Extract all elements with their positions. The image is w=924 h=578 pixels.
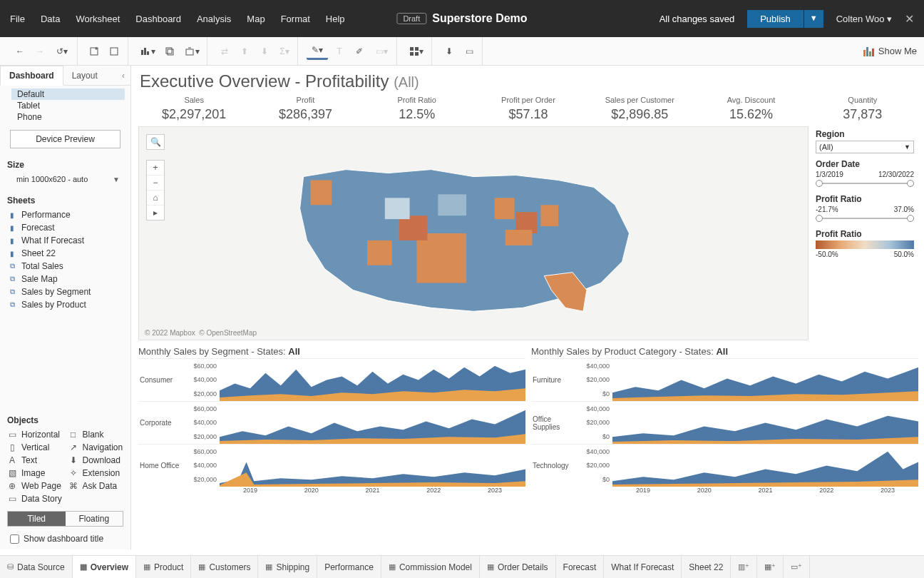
device-default[interactable]: Default (11, 88, 125, 100)
show-title-label: Show dashboard title (24, 534, 103, 544)
tab-shipping[interactable]: ▦Shipping (258, 556, 317, 578)
size-selector[interactable]: min 1000x620 - auto▼ (13, 173, 123, 186)
object-vertical[interactable]: ▯Vertical (7, 442, 63, 452)
area-chart[interactable] (612, 359, 918, 401)
profitratio-slider[interactable] (816, 215, 914, 222)
redo-icon[interactable]: → (31, 43, 48, 60)
sheet-sales-product[interactable]: ⧉Sales by Product (4, 298, 126, 311)
duplicate-icon[interactable] (161, 43, 178, 60)
format-icon[interactable]: ✐ (351, 43, 368, 60)
menu-file[interactable]: File (10, 14, 25, 24)
zoom-home-icon[interactable]: ⌂ (147, 191, 164, 206)
menu-dashboard[interactable]: Dashboard (135, 14, 181, 24)
zoom-area-icon[interactable]: ▸ (147, 206, 164, 220)
device-preview-button[interactable]: Device Preview (10, 130, 120, 148)
sheet-total-sales[interactable]: ⧉Total Sales (4, 260, 126, 273)
close-icon[interactable]: ✕ (905, 12, 914, 26)
object-datastory[interactable]: ▭Data Story (7, 494, 63, 504)
revert-icon[interactable]: ↺▾ (51, 43, 73, 60)
floating-button[interactable]: Floating (66, 512, 123, 526)
new-worksheet-icon[interactable]: ▾ (137, 43, 158, 60)
device-list: Default Tablet Phone (0, 86, 130, 127)
svg-rect-23 (367, 240, 392, 265)
sheet-sale-map[interactable]: ⧉Sale Map (4, 273, 126, 285)
svg-rect-15 (872, 49, 874, 56)
area-chart[interactable] (612, 402, 918, 444)
area-chart[interactable] (220, 402, 525, 444)
zoom-in-icon[interactable]: + (147, 161, 164, 176)
show-title-checkbox[interactable] (10, 534, 19, 544)
titlebar-right: All changes saved Publish ▼ Colten Woo ▾… (659, 10, 914, 28)
tab-sheet22[interactable]: Sheet 22 (682, 556, 731, 578)
image-icon: ▧ (7, 468, 17, 478)
facet-label: Technology (531, 445, 577, 487)
tab-dashboard[interactable]: Dashboard (0, 66, 63, 86)
publish-button[interactable]: Publish (747, 10, 804, 28)
tab-product[interactable]: ▦Product (136, 556, 191, 578)
object-text[interactable]: AText (7, 455, 63, 465)
tab-whatif[interactable]: What If Forecast (604, 556, 682, 578)
presentation-icon[interactable]: ▭ (461, 43, 478, 60)
area-chart[interactable] (612, 445, 918, 487)
dashboard-icon: ▦ (143, 562, 150, 572)
area-chart[interactable] (220, 359, 525, 401)
facet-office-supplies: Office Supplies $40,000$20,000$0 (531, 401, 918, 444)
user-menu[interactable]: Colten Woo ▾ (836, 14, 892, 24)
device-phone[interactable]: Phone (14, 111, 125, 123)
object-download[interactable]: ⬇Download (68, 455, 124, 465)
collapse-panel-icon[interactable]: ‹ (116, 71, 130, 81)
tab-data-source[interactable]: ⛁Data Source (0, 556, 73, 578)
sheet-22[interactable]: ▮Sheet 22 (4, 247, 126, 260)
svg-rect-13 (866, 47, 868, 56)
device-tablet[interactable]: Tablet (14, 100, 125, 111)
tab-overview[interactable]: ▦Overview (73, 556, 136, 578)
sheet-forecast[interactable]: ▮Forecast (4, 221, 126, 234)
new-worksheet-button[interactable]: ▥⁺ (731, 556, 757, 578)
sale-map[interactable]: 🔍 + − ⌂ ▸ (138, 126, 808, 340)
menu-worksheet[interactable]: Worksheet (76, 14, 120, 24)
y-axis: $40,000$20,000$0 (577, 445, 612, 487)
zoom-out-icon[interactable]: − (147, 176, 164, 191)
menu-data[interactable]: Data (41, 14, 60, 24)
left-panel: Dashboard Layout ‹ Default Tablet Phone … (0, 66, 131, 549)
sheet-sales-segment[interactable]: ⧉Sales by Segment (4, 285, 126, 298)
menu-analysis[interactable]: Analysis (197, 14, 231, 24)
sheet-performance[interactable]: ▮Performance (4, 208, 126, 221)
save-icon[interactable] (106, 43, 123, 60)
sheet-whatif[interactable]: ▮What If Forecast (4, 234, 126, 247)
object-image[interactable]: ▧Image (7, 468, 63, 478)
show-cards-icon[interactable]: ▾ (406, 43, 427, 60)
new-story-button[interactable]: ▭⁺ (784, 556, 810, 578)
tab-forecast[interactable]: Forecast (556, 556, 605, 578)
publish-dropdown[interactable]: ▼ (804, 10, 823, 28)
orderdate-slider[interactable] (816, 180, 914, 187)
object-horizontal[interactable]: ▭Horizontal (7, 430, 63, 440)
object-extension[interactable]: ✧Extension (68, 468, 124, 478)
region-selector[interactable]: (All)▼ (816, 141, 914, 153)
tiled-button[interactable]: Tiled (8, 512, 66, 526)
menu-help[interactable]: Help (326, 14, 345, 24)
svg-rect-12 (863, 50, 866, 56)
object-askdata[interactable]: ⌘Ask Data (68, 481, 124, 491)
new-dashboard-button[interactable]: ▦⁺ (757, 556, 784, 578)
highlight-icon[interactable]: ✎▾ (307, 43, 328, 60)
map-search[interactable]: 🔍 (146, 134, 165, 150)
object-blank[interactable]: □Blank (68, 430, 124, 440)
show-me-button[interactable]: Show Me (863, 46, 917, 57)
area-chart[interactable] (220, 445, 525, 487)
object-navigation[interactable]: ↗Navigation (68, 442, 124, 452)
menu-map[interactable]: Map (247, 14, 265, 24)
search-icon[interactable]: 🔍 (147, 135, 164, 149)
new-datasource-icon[interactable] (86, 43, 103, 60)
menu-format[interactable]: Format (281, 14, 310, 24)
tab-commission[interactable]: ▦Commission Model (381, 556, 480, 578)
object-webpage[interactable]: ⊕Web Page (7, 481, 63, 491)
tab-performance[interactable]: Performance (317, 556, 381, 578)
download-icon[interactable]: ⬇ (441, 43, 458, 60)
tab-order-details[interactable]: ▦Order Details (480, 556, 556, 578)
profitratio-color-label: Profit Ratio (816, 229, 914, 239)
tab-customers[interactable]: ▦Customers (191, 556, 258, 578)
clear-icon[interactable]: ▾ (181, 43, 202, 60)
tab-layout[interactable]: Layout (63, 66, 106, 85)
undo-icon[interactable]: ← (11, 43, 29, 60)
